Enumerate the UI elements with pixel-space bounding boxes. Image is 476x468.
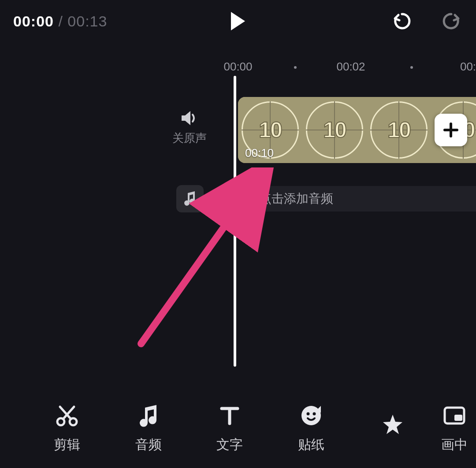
undo-icon — [392, 11, 412, 31]
clip-duration-label: 00:10 — [245, 146, 274, 160]
time-separator: / — [54, 13, 67, 30]
clip-frame: 10 — [302, 97, 367, 163]
add-audio-row[interactable]: 点击添加音频 — [238, 186, 476, 212]
pip-icon — [443, 403, 466, 428]
ruler-tick — [410, 66, 413, 69]
tool-pip[interactable]: 画中 — [433, 403, 476, 454]
total-time: 00:13 — [67, 13, 107, 30]
ruler-mark: 00:02 — [336, 60, 365, 74]
sticker-face-icon — [300, 403, 323, 428]
undo-button[interactable] — [390, 9, 414, 33]
frame-value: 10 — [387, 117, 410, 143]
tool-sticker[interactable]: 贴纸 — [271, 403, 352, 454]
redo-icon — [442, 11, 461, 31]
audio-track-icon-button[interactable] — [176, 185, 204, 212]
mute-label: 关原声 — [159, 130, 220, 146]
star-icon — [381, 412, 404, 437]
time-readout: 00:00 / 00:13 — [13, 13, 107, 30]
tool-cut[interactable]: 剪辑 — [26, 403, 108, 454]
tool-label: 文字 — [216, 436, 243, 454]
frame-value: 10 — [259, 117, 282, 143]
tool-label: 音频 — [135, 436, 162, 454]
ruler-mark: 00:00 — [223, 60, 252, 74]
transport-bar: 00:00 / 00:13 — [0, 0, 476, 42]
ruler-mark: 00: — [460, 60, 476, 74]
svg-point-4 — [307, 412, 310, 415]
scissors-icon — [56, 403, 78, 428]
plus-icon — [443, 122, 459, 138]
svg-point-5 — [313, 412, 316, 415]
add-audio-label: 点击添加音频 — [259, 190, 333, 207]
redo-button[interactable] — [439, 9, 464, 33]
tool-label: 剪辑 — [54, 436, 80, 454]
tool-audio[interactable]: 音频 — [108, 403, 190, 454]
add-clip-button[interactable] — [435, 114, 467, 146]
svg-rect-7 — [454, 415, 462, 421]
tool-text[interactable]: 文字 — [189, 403, 271, 454]
play-icon — [229, 11, 247, 31]
current-time: 00:00 — [13, 13, 54, 30]
bottom-toolbar: 剪辑 音频 文字 贴纸 画中 — [0, 389, 476, 468]
speaker-icon — [159, 110, 220, 126]
play-button[interactable] — [226, 9, 250, 33]
timeline-ruler[interactable]: 00:00 00:02 00: — [0, 60, 476, 78]
tool-label: 画中 — [441, 436, 468, 454]
ruler-tick — [294, 66, 297, 69]
frame-value: 10 — [323, 117, 346, 143]
clip-frame: 10 — [367, 97, 431, 163]
music-note-icon — [183, 191, 197, 206]
playhead[interactable] — [234, 76, 236, 367]
tool-effects[interactable] — [352, 412, 433, 445]
tool-label: 贴纸 — [298, 436, 324, 454]
mute-original-sound[interactable]: 关原声 — [159, 110, 220, 146]
music-note-icon — [138, 403, 159, 428]
text-icon — [219, 403, 240, 428]
